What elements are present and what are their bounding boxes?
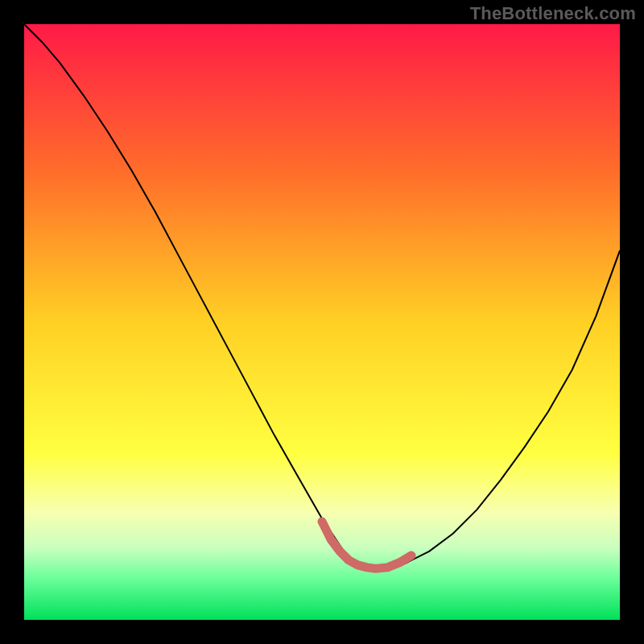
chart-svg — [24, 24, 620, 620]
chart-frame: TheBottleneck.com — [0, 0, 644, 644]
watermark-text: TheBottleneck.com — [470, 3, 636, 24]
plot-area — [24, 24, 620, 620]
